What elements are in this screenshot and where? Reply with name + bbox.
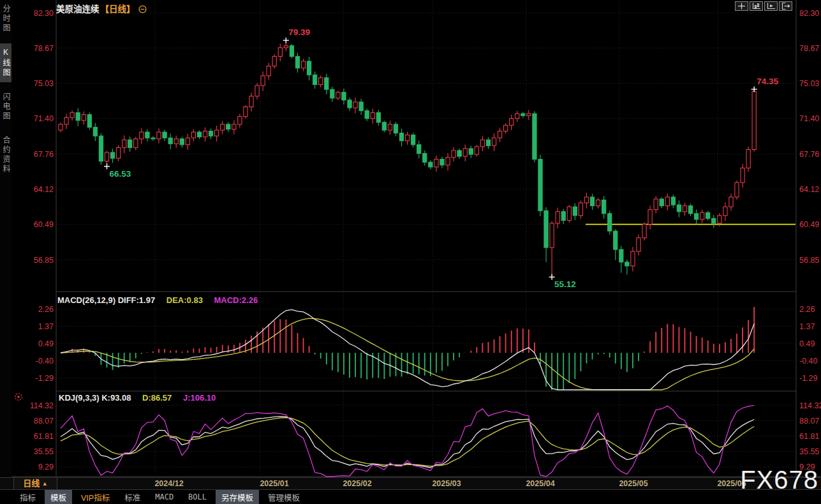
pan-icon[interactable] — [735, 1, 748, 11]
price-annotation: 79.39 — [288, 27, 310, 37]
x-axis-label: 2024/12 — [149, 479, 189, 488]
y-axis-label: 60.49 — [34, 220, 54, 229]
y-axis-label: 78.67 — [799, 44, 819, 53]
y-axis-label: 114.32 — [30, 401, 54, 410]
tab-manage-template[interactable]: 管理模板 — [262, 490, 306, 504]
period-selector[interactable]: 日线 ▲ — [13, 478, 57, 489]
chart-type-sidebar: 分时图 K线图 闪电图 合约资料 — [0, 0, 11, 477]
kdj-j-value: J:106.10 — [183, 393, 216, 403]
y-axis-label: 67.76 — [34, 150, 54, 159]
macd-diff-value: MACD(26,12,9) DIFF:1.97 — [57, 295, 155, 305]
y-axis-label: 2.26 — [38, 305, 54, 314]
y-axis-label: 1.37 — [38, 322, 54, 331]
y-axis-label: -1.29 — [36, 374, 54, 383]
x-axis-label: 2025/02 — [337, 479, 378, 488]
y-axis-label: 78.67 — [34, 44, 54, 53]
price-annotation: 74.35 — [757, 77, 778, 86]
y-axis-label: 75.03 — [799, 79, 819, 88]
kdj-header: KDJ(9,3,3) K:93.08 D:86.57 J:106.10 — [59, 393, 225, 403]
collapse-icon[interactable] — [138, 4, 147, 13]
chart-title-row: 美原油连续 【日线】 — [56, 2, 147, 15]
y-axis-label: 82.30 — [34, 9, 54, 18]
y-axis-label: 75.03 — [34, 79, 54, 88]
sidebar-item-flash-chart[interactable]: 闪电图 — [0, 88, 11, 126]
macd-header: MACD(26,12,9) DIFF:1.97 DEA:0.83 MACD:2.… — [57, 295, 267, 305]
sidebar-item-time-chart[interactable]: 分时图 — [0, 0, 11, 38]
y-axis-label: 0.49 — [799, 339, 815, 348]
y-axis-label: 35.55 — [34, 447, 54, 456]
tab-template[interactable]: 模板 — [45, 490, 72, 504]
fx678-watermark: FX678 — [740, 466, 818, 494]
y-axis-label: 88.07 — [34, 417, 54, 426]
indicator-tab-bar: 指标 模板 VIP指标 标准 MACD BOLL 另存模板 管理模板 — [0, 490, 821, 504]
indicator-marker-icon[interactable] — [13, 392, 24, 404]
axis-scale-icon[interactable] — [750, 1, 763, 11]
price-annotation: 66.53 — [109, 169, 131, 179]
tab-standard[interactable]: 标准 — [119, 490, 146, 504]
y-axis-label: 82.30 — [799, 9, 819, 18]
macd-macd-value: MACD:2.26 — [214, 295, 258, 305]
tab-indicator[interactable]: 指标 — [14, 490, 41, 504]
y-axis-label: 88.07 — [799, 417, 819, 426]
tab-boll[interactable]: BOLL — [182, 491, 212, 503]
y-axis-label: 56.85 — [799, 256, 819, 265]
y-axis-label: 64.12 — [34, 185, 54, 194]
chart-toolbar — [735, 1, 792, 11]
y-axis-label: -0.40 — [799, 357, 818, 366]
y-axis-label: 64.12 — [799, 185, 819, 194]
tab-vip-indicator[interactable]: VIP指标 — [75, 490, 115, 504]
macd-histogram — [61, 307, 754, 390]
candlestick-chart-canvas[interactable]: 82.3082.3078.6778.6775.0375.0371.4071.40… — [0, 0, 821, 477]
x-axis-label: 2025/01 — [254, 479, 295, 488]
period-tag: 【日线】 — [101, 2, 135, 15]
grid-lines — [56, 1, 796, 476]
price-annotations: 79.3966.5355.1274.35 — [104, 27, 778, 289]
tab-save-template[interactable]: 另存模板 — [216, 490, 259, 504]
x-axis-label: 2025/05 — [613, 479, 654, 488]
y-axis-label: 9.29 — [38, 463, 54, 471]
y-axis-label: 67.76 — [799, 150, 819, 159]
y-axis-label: 1.37 — [799, 322, 815, 331]
macd-dea-value: DEA:0.83 — [166, 295, 203, 305]
sidebar-item-kline-chart[interactable]: K线图 — [0, 43, 11, 82]
tab-macd[interactable]: MACD — [149, 491, 179, 503]
sidebar-item-contract-info[interactable]: 合约资料 — [0, 131, 11, 179]
triangle-up-icon: ▲ — [42, 480, 48, 487]
y-axis-label: 61.81 — [799, 432, 819, 441]
panel-separators — [0, 0, 821, 477]
candlestick-series — [59, 41, 756, 276]
y-axis-label: 114.32 — [799, 401, 821, 410]
x-axis-label: 2025/04 — [520, 479, 561, 488]
y-axis-label: -1.29 — [799, 374, 818, 383]
y-axis-label: 71.40 — [34, 114, 54, 123]
y-axis-label: 2.26 — [799, 305, 815, 314]
x-axis-label: 2025/03 — [426, 479, 467, 488]
exit-pane-icon[interactable] — [779, 1, 792, 11]
y-axis-label: 60.49 — [799, 220, 819, 229]
kdj-d-value: D:86.57 — [142, 393, 172, 403]
kdj-lines — [61, 405, 754, 477]
y-axis-label: 71.40 — [799, 114, 819, 123]
y-axis-label: 0.49 — [38, 339, 54, 348]
axis-arrow-icon[interactable] — [764, 1, 778, 11]
kdj-k-value: KDJ(9,3,3) K:93.08 — [59, 393, 131, 403]
y-axis-label: 56.85 — [34, 256, 54, 265]
y-axis-label: 61.81 — [34, 432, 54, 441]
y-axis-label: -0.40 — [36, 357, 54, 366]
symbol-title: 美原油连续 — [56, 2, 100, 15]
y-axis-label: 35.55 — [799, 447, 819, 456]
trading-app-window: 82.3082.3078.6778.6775.0375.0371.4071.40… — [0, 0, 821, 504]
x-axis-strip: 日线 ▲ 2024/122025/012025/022025/032025/04… — [0, 477, 821, 490]
price-annotation: 55.12 — [554, 279, 576, 289]
